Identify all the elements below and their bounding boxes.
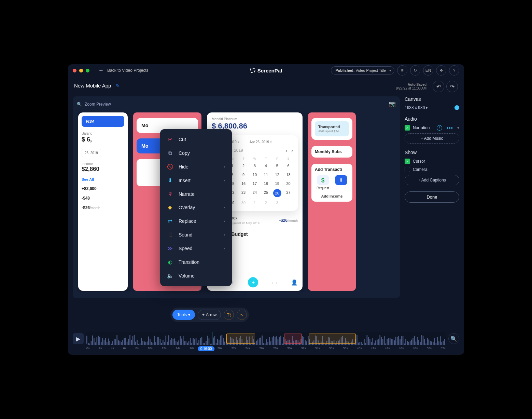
playhead[interactable]: [212, 332, 212, 345]
add-captions-button[interactable]: + Add Captions: [405, 175, 459, 185]
menu-item-volume[interactable]: 🔈Volume: [160, 269, 232, 283]
play-button[interactable]: ▶: [73, 333, 84, 344]
text-tool-button[interactable]: T𝗍: [224, 310, 234, 320]
svg-rect-49: [157, 337, 158, 345]
language-button[interactable]: EN: [423, 65, 433, 76]
dropbox-price: -$26: [279, 218, 288, 223]
window-close[interactable]: [73, 69, 76, 72]
menu-item-overlay[interactable]: ◆Overlay›: [160, 201, 232, 214]
svg-rect-133: [278, 339, 279, 345]
tools-dropdown[interactable]: Tools▾: [172, 310, 195, 320]
svg-rect-208: [385, 343, 386, 345]
svg-rect-209: [387, 339, 388, 345]
svg-rect-236: [425, 343, 426, 345]
narration-checkbox[interactable]: ✓: [405, 125, 410, 131]
svg-rect-48: [155, 342, 156, 345]
preview-canvas: 🔍 Zoom Preview 📷 VISA Balanc $ 6, 26, 20…: [73, 96, 400, 298]
history-icon-button[interactable]: ↻: [410, 65, 420, 76]
list-icon-button[interactable]: ≡: [397, 65, 407, 76]
svg-rect-2: [89, 343, 90, 345]
canvas-dimensions-dropdown[interactable]: 1638 x 986: [405, 105, 428, 110]
menu-item-transition[interactable]: ◐Transition: [160, 255, 232, 269]
canvas-color-swatch[interactable]: [454, 105, 459, 110]
undo-button[interactable]: ↶: [433, 81, 444, 92]
audio-level-icon[interactable]: ⫾⫾⫾: [447, 125, 453, 130]
svg-rect-127: [269, 337, 270, 345]
camera-checkbox[interactable]: [405, 167, 410, 172]
svg-rect-32: [132, 336, 134, 345]
edit-icon[interactable]: ✎: [116, 83, 120, 89]
redo-button[interactable]: ↷: [446, 81, 458, 92]
brand-logo: ScreenPal: [250, 68, 282, 73]
svg-rect-50: [158, 337, 159, 345]
svg-rect-120: [259, 338, 260, 345]
copy-icon: ⧉: [167, 150, 173, 156]
svg-rect-22: [118, 340, 119, 345]
camera-icon[interactable]: 📷: [389, 100, 396, 108]
chevron-right-icon: ›: [224, 219, 225, 224]
menu-item-copy[interactable]: ⧉Copy: [160, 146, 232, 160]
svg-rect-241: [433, 342, 434, 345]
window-minimize[interactable]: [79, 69, 83, 72]
svg-rect-242: [434, 338, 435, 345]
timeline-ticks: 0s2s4s6s8s10s12s14s16s18s20s22s24s26s28s…: [86, 347, 446, 350]
svg-rect-221: [404, 343, 405, 345]
zoom-preview-label[interactable]: Zoom Preview: [85, 102, 111, 107]
svg-rect-218: [400, 339, 401, 345]
publish-prefix: Published:: [335, 68, 354, 72]
menu-label: Overlay: [179, 205, 195, 210]
add-arrow-button[interactable]: +Arrow: [198, 310, 221, 320]
card-name: Mandiri Platinum: [212, 117, 298, 121]
help-icon-button[interactable]: ?: [449, 65, 459, 76]
window-maximize[interactable]: [86, 69, 89, 72]
svg-rect-228: [414, 336, 415, 345]
publish-dropdown[interactable]: Published: Video Project Title: [331, 66, 394, 75]
cursor-checkbox[interactable]: ✓: [405, 159, 410, 164]
menu-item-narrate[interactable]: 🎙Narrate: [160, 187, 232, 201]
timeline-zoom-button[interactable]: 🔍: [448, 333, 459, 344]
menu-item-replace[interactable]: ⇄Replace›: [160, 214, 232, 228]
waveform-track[interactable]: [86, 332, 446, 345]
context-menu: ✂Cut⧉Copy🚫Hide›⬇Insert›🎙Narrate◆Overlay›…: [160, 129, 232, 286]
back-button[interactable]: ← Back to Video Projects: [98, 67, 149, 73]
svg-rect-58: [170, 340, 171, 345]
search-icon[interactable]: 🔍: [77, 102, 82, 107]
autosave-status: Auto Saved 9/27/22 at 11:38 AM: [396, 83, 426, 90]
narration-info-icon[interactable]: !: [437, 125, 442, 131]
menu-item-cut[interactable]: ✂Cut: [160, 133, 232, 146]
project-title-text: New Mobile App: [74, 83, 111, 89]
tick: 4s: [111, 347, 114, 350]
svg-rect-247: [441, 342, 442, 345]
trans-avg: AVG spent $24: [318, 130, 346, 133]
add-music-button[interactable]: + Add Music: [405, 133, 459, 144]
tick: 46s: [399, 347, 404, 350]
timeline-segment-1[interactable]: [226, 334, 255, 344]
svg-rect-243: [436, 343, 437, 345]
svg-rect-57: [168, 335, 169, 345]
svg-rect-52: [161, 343, 162, 345]
svg-rect-200: [374, 343, 375, 345]
layers-icon-button[interactable]: ❖: [436, 65, 446, 76]
menu-item-insert[interactable]: ⬇Insert›: [160, 174, 232, 187]
svg-rect-188: [356, 335, 358, 345]
svg-rect-239: [430, 341, 431, 345]
menu-item-hide[interactable]: 🚫Hide›: [160, 160, 232, 174]
svg-rect-75: [194, 339, 195, 345]
svg-rect-249: [444, 339, 445, 345]
svg-rect-205: [381, 337, 382, 345]
svg-rect-227: [412, 338, 414, 345]
cursor-tool-button[interactable]: ↖: [237, 310, 247, 320]
done-button[interactable]: Done: [405, 191, 459, 203]
project-title[interactable]: New Mobile App ✎: [74, 83, 120, 90]
narration-dropdown-icon[interactable]: ▾: [457, 125, 459, 130]
svg-rect-79: [200, 338, 201, 345]
timeline-segment-2[interactable]: [284, 334, 302, 344]
menu-item-sound[interactable]: ⦙⦙⦙Sound›: [160, 228, 232, 242]
request-label: Request: [317, 186, 329, 190]
svg-rect-132: [276, 336, 277, 345]
menu-item-speed[interactable]: ≫Speed›: [160, 242, 232, 255]
svg-rect-43: [148, 337, 149, 345]
svg-rect-198: [371, 342, 372, 345]
timeline-segment-3[interactable]: [309, 334, 356, 344]
svg-rect-210: [388, 338, 389, 345]
